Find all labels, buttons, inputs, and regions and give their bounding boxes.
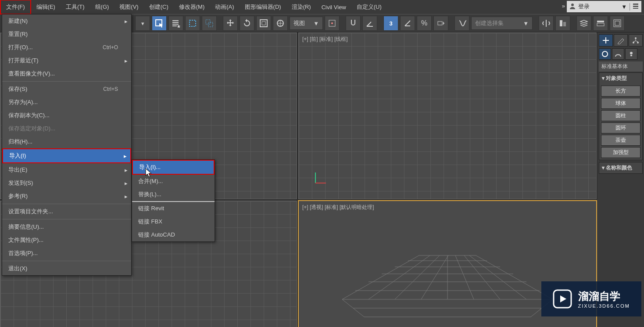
login-dropdown[interactable]: 登录 ▼ bbox=[567, 1, 641, 12]
submenu-merge[interactable]: 合并(M)... bbox=[132, 175, 215, 188]
rollout-title[interactable]: ▾ 对象类型 bbox=[599, 73, 642, 84]
plane-button[interactable]: 加强型 bbox=[601, 147, 640, 158]
svg-point-24 bbox=[637, 42, 639, 43]
menu-graph-editors[interactable]: 图形编辑器(D) bbox=[240, 0, 286, 14]
menu-open-recent[interactable]: 打开最近(T)▸ bbox=[2, 54, 131, 67]
viewport-top-right[interactable]: [+] [前] [标准] [线框] bbox=[298, 32, 597, 199]
menu-save-selected: 保存选定对象(D)... bbox=[2, 122, 131, 135]
angle-snap-toggle[interactable] bbox=[400, 16, 415, 31]
select-object-button[interactable] bbox=[152, 16, 167, 31]
menu-summary[interactable]: 摘要信息(U)... bbox=[2, 220, 131, 234]
watermark-title: 溜溜自学 bbox=[578, 289, 630, 303]
menu-preferences[interactable]: 首选项(P)... bbox=[2, 247, 131, 260]
viewport-label[interactable]: [+] [透视] [标准] [默认明暗处理] bbox=[302, 204, 374, 211]
mirror-button[interactable] bbox=[539, 16, 554, 31]
menu-save-copy-as[interactable]: 保存副本为(C)... bbox=[2, 109, 131, 122]
named-sel-edit-button[interactable] bbox=[454, 16, 469, 31]
play-icon bbox=[553, 289, 572, 309]
menu-export[interactable]: 导出(E)▸ bbox=[2, 163, 131, 176]
placement-button[interactable] bbox=[273, 16, 288, 31]
viewport-label[interactable]: [+] [前] [标准] [线框] bbox=[302, 36, 348, 43]
submenu-import[interactable]: 导入(I)... bbox=[132, 160, 215, 175]
select-region-button[interactable] bbox=[185, 16, 200, 31]
selection-set-dropdown[interactable]: 创建选择集 ▼ bbox=[471, 17, 533, 30]
percent-snap-button[interactable]: % bbox=[417, 16, 432, 31]
menu-customize[interactable]: 自定义(U) bbox=[351, 0, 387, 14]
snap-3d-button[interactable]: 3 bbox=[383, 16, 398, 31]
toggle-ribbon-button[interactable] bbox=[593, 16, 608, 31]
menu-rendering[interactable]: 渲染(R) bbox=[286, 0, 316, 14]
align-button[interactable] bbox=[555, 16, 570, 31]
svg-rect-19 bbox=[615, 21, 619, 25]
geometry-tab[interactable] bbox=[599, 48, 611, 60]
svg-rect-1 bbox=[633, 4, 638, 5]
snap-toggle-button[interactable] bbox=[346, 16, 361, 31]
category-dropdown[interactable]: 标准基本体 bbox=[599, 61, 643, 72]
chevron-down-icon: ▼ bbox=[621, 4, 627, 10]
scale-button[interactable] bbox=[256, 16, 271, 31]
spinner-snap-button[interactable] bbox=[433, 16, 448, 31]
ref-coord-dropdown[interactable]: 视图 ▼ bbox=[290, 17, 323, 30]
menu-project-folder[interactable]: 设置项目文件夹... bbox=[2, 205, 131, 218]
box-button[interactable]: 长方 bbox=[601, 86, 640, 97]
angle-snap-button[interactable] bbox=[362, 16, 377, 31]
menu-archive[interactable]: 归档(H)... bbox=[2, 135, 131, 148]
select-by-name-button[interactable] bbox=[168, 16, 183, 31]
menu-exit[interactable]: 退出(X) bbox=[2, 262, 131, 275]
svg-point-23 bbox=[633, 42, 634, 43]
submenu-link-revit[interactable]: 链接 Revit bbox=[132, 202, 215, 215]
menu-civil-view[interactable]: Civil View bbox=[316, 1, 351, 13]
import-submenu: 导入(I)... 合并(M)... 替换(L)... 链接 Revit 链接 F… bbox=[132, 159, 215, 242]
menu-open[interactable]: 打开(O)...Ctrl+O bbox=[2, 41, 131, 54]
menu-edit[interactable]: 编辑(E) bbox=[31, 0, 61, 14]
menu-views[interactable]: 视图(V) bbox=[114, 0, 143, 14]
shapes-tab[interactable] bbox=[612, 48, 624, 60]
submenu-link-autocad[interactable]: 链接 AutoCAD bbox=[132, 228, 215, 241]
create-category-tabs bbox=[599, 48, 643, 60]
svg-rect-7 bbox=[208, 22, 213, 27]
sphere-button[interactable]: 球体 bbox=[601, 98, 640, 109]
menu-reset[interactable]: 重置(R) bbox=[2, 28, 131, 41]
menu-group[interactable]: 组(G) bbox=[90, 0, 114, 14]
cylinder-button[interactable]: 圆柱 bbox=[601, 110, 640, 121]
svg-point-0 bbox=[571, 4, 574, 6]
lights-tab[interactable] bbox=[625, 48, 637, 60]
menu-import[interactable]: 导入(I)▸ bbox=[2, 148, 131, 163]
rollout-title[interactable]: ▾ 名称和颜色 bbox=[599, 162, 642, 173]
svg-rect-9 bbox=[262, 22, 265, 25]
axis-gizmo-icon bbox=[312, 169, 329, 187]
use-pivot-button[interactable] bbox=[325, 16, 340, 31]
svg-rect-2 bbox=[633, 6, 638, 7]
create-tab[interactable] bbox=[599, 34, 613, 47]
hierarchy-tab[interactable] bbox=[629, 34, 643, 47]
menu-tools[interactable]: 工具(T) bbox=[61, 0, 90, 14]
layer-explorer-button[interactable] bbox=[576, 16, 591, 31]
window-crossing-button[interactable] bbox=[202, 16, 217, 31]
menu-file[interactable]: 文件(F) bbox=[0, 0, 31, 14]
torus-button[interactable]: 圆环 bbox=[601, 122, 640, 133]
submenu-link-fbx[interactable]: 链接 FBX bbox=[132, 215, 215, 228]
submenu-replace[interactable]: 替换(L)... bbox=[132, 188, 215, 201]
menu-save-as[interactable]: 另存为(A)... bbox=[2, 96, 131, 109]
more-menus-arrow[interactable]: » bbox=[562, 3, 565, 9]
move-button[interactable] bbox=[223, 16, 238, 31]
menu-file-props[interactable]: 文件属性(P)... bbox=[2, 234, 131, 247]
rotate-button[interactable] bbox=[240, 16, 254, 31]
menu-modifiers[interactable]: 修改器(M) bbox=[174, 0, 210, 14]
menu-new[interactable]: 新建(N)▸ bbox=[2, 14, 131, 28]
svg-rect-5 bbox=[190, 20, 196, 26]
menubar: 文件(F) 编辑(E) 工具(T) 组(G) 视图(V) 创建(C) 修改器(M… bbox=[0, 0, 644, 14]
menu-view-image[interactable]: 查看图像文件(V)... bbox=[2, 67, 131, 80]
curve-editor-button[interactable] bbox=[610, 16, 625, 31]
menu-create[interactable]: 创建(C) bbox=[144, 0, 174, 14]
ref-coord-label: 视图 bbox=[293, 19, 305, 27]
menu-save[interactable]: 保存(S)Ctrl+S bbox=[2, 83, 131, 96]
modify-tab[interactable] bbox=[614, 34, 628, 47]
svg-rect-8 bbox=[260, 20, 267, 27]
svg-rect-3 bbox=[633, 8, 638, 9]
menu-send-to[interactable]: 发送到(S)▸ bbox=[2, 176, 131, 190]
workspace-icon[interactable] bbox=[630, 3, 639, 11]
menu-animation[interactable]: 动画(A) bbox=[210, 0, 239, 14]
menu-reference[interactable]: 参考(R)▸ bbox=[2, 190, 131, 203]
teapot-button[interactable]: 茶壶 bbox=[601, 135, 640, 146]
